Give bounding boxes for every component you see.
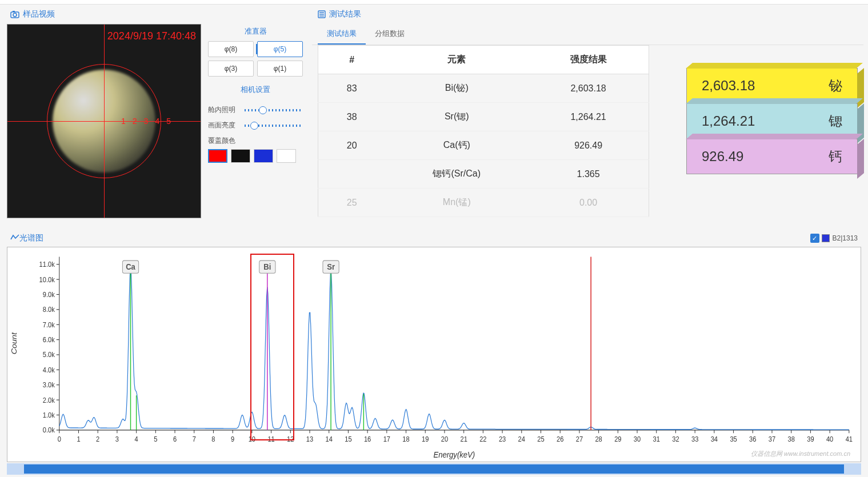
col-intensity: 强度结果 bbox=[528, 46, 649, 74]
svg-text:3.0k: 3.0k bbox=[43, 381, 55, 389]
svg-text:20: 20 bbox=[441, 435, 448, 443]
spectrum-scrollbar[interactable] bbox=[7, 463, 861, 475]
svg-text:36: 36 bbox=[749, 435, 756, 443]
svg-text:22: 22 bbox=[479, 435, 486, 443]
scale-ticks: 1 2 3 4 5 bbox=[104, 117, 171, 126]
results-tabs: 测试结果 分组数据 bbox=[312, 24, 863, 45]
table-row[interactable]: 锶钙(Sr/Ca)1.365 bbox=[318, 160, 649, 189]
svg-text:8: 8 bbox=[211, 435, 215, 443]
svg-text:16: 16 bbox=[364, 435, 371, 443]
video-controls: 准直器 φ(8) φ(5) φ(3) φ(1) 相机设置 舱内照明 bbox=[206, 24, 305, 218]
svg-text:41: 41 bbox=[846, 435, 853, 443]
results-panel-header: 测试结果 bbox=[312, 5, 863, 24]
results-title: 测试结果 bbox=[329, 9, 361, 19]
illumination-slider-row: 舱内照明 bbox=[208, 105, 303, 115]
svg-text:13: 13 bbox=[306, 435, 313, 443]
result-block: 926.49钙 bbox=[686, 139, 858, 174]
svg-text:40: 40 bbox=[826, 435, 833, 443]
legend-color-swatch bbox=[822, 234, 830, 242]
table-row[interactable]: 38Sr(锶)1,264.21 bbox=[318, 103, 649, 131]
color-swatch-white[interactable] bbox=[277, 149, 296, 163]
svg-point-1 bbox=[13, 13, 17, 17]
legend-label: B2|1313 bbox=[833, 234, 858, 242]
color-swatch-blue[interactable] bbox=[254, 149, 273, 163]
svg-text:8.0k: 8.0k bbox=[43, 306, 55, 314]
overlay-color-label: 覆盖颜色 bbox=[208, 136, 303, 146]
svg-text:1: 1 bbox=[77, 435, 80, 443]
collimator-phi3[interactable]: φ(3) bbox=[208, 61, 254, 77]
svg-text:31: 31 bbox=[653, 435, 660, 443]
spectrum-panel: 光谱图 ✓ B2|1313 0.0k1.0k2.0k3.0k4.0k5.0k6.… bbox=[5, 230, 863, 475]
sample-video-frame[interactable]: 2024/9/19 17:40:48 1 2 3 4 5 bbox=[7, 24, 201, 218]
tab-groups[interactable]: 分组数据 bbox=[366, 24, 414, 45]
col-element: 元素 bbox=[385, 46, 528, 74]
svg-text:27: 27 bbox=[576, 435, 583, 443]
table-row[interactable]: 83Bi(铋)2,603.18 bbox=[318, 74, 649, 103]
svg-text:29: 29 bbox=[614, 435, 621, 443]
camera-settings-title: 相机设置 bbox=[208, 82, 303, 99]
svg-text:38: 38 bbox=[788, 435, 795, 443]
svg-text:6: 6 bbox=[173, 435, 177, 443]
svg-text:25: 25 bbox=[537, 435, 544, 443]
svg-text:5: 5 bbox=[154, 435, 157, 443]
tab-results[interactable]: 测试结果 bbox=[318, 24, 366, 45]
result-blocks-stack: 2,603.18铋1,264.21锶926.49钙 bbox=[686, 68, 858, 217]
svg-rect-2 bbox=[13, 11, 15, 12]
results-table: # 元素 强度结果 83Bi(铋)2,603.1838Sr(锶)1,264.21… bbox=[318, 45, 649, 217]
video-title: 样品视频 bbox=[23, 9, 55, 19]
brightness-label: 画面亮度 bbox=[208, 121, 242, 130]
svg-text:19: 19 bbox=[422, 435, 429, 443]
svg-text:34: 34 bbox=[711, 435, 718, 443]
svg-text:14: 14 bbox=[326, 435, 333, 443]
svg-text:28: 28 bbox=[595, 435, 602, 443]
table-row[interactable]: 20Ca(钙)926.49 bbox=[318, 131, 649, 160]
svg-text:2: 2 bbox=[96, 435, 99, 443]
svg-text:Ca: Ca bbox=[126, 262, 135, 271]
svg-text:0.0k: 0.0k bbox=[43, 426, 55, 434]
color-swatch-red[interactable] bbox=[208, 149, 227, 163]
brightness-slider[interactable] bbox=[245, 125, 301, 127]
col-num: # bbox=[318, 46, 386, 74]
svg-text:21: 21 bbox=[460, 435, 467, 443]
spectrum-chart[interactable]: 0.0k1.0k2.0k3.0k4.0k5.0k6.0k7.0k8.0k9.0k… bbox=[7, 247, 861, 462]
top-toolbar bbox=[0, 0, 868, 5]
svg-text:4.0k: 4.0k bbox=[43, 366, 55, 374]
svg-text:11.0k: 11.0k bbox=[39, 260, 55, 268]
svg-text:15: 15 bbox=[345, 435, 351, 443]
video-timestamp: 2024/9/19 17:40:48 bbox=[107, 30, 196, 42]
svg-text:9.0k: 9.0k bbox=[43, 290, 55, 298]
svg-text:37: 37 bbox=[769, 435, 775, 443]
svg-text:Sr: Sr bbox=[327, 262, 335, 271]
svg-text:Count: Count bbox=[10, 332, 18, 354]
illumination-slider[interactable] bbox=[245, 109, 301, 111]
svg-text:9: 9 bbox=[231, 435, 234, 443]
results-panel: 测试结果 测试结果 分组数据 # 元素 强度结果 83Bi(铋)2,603.18… bbox=[312, 5, 863, 227]
svg-text:6.0k: 6.0k bbox=[43, 336, 55, 344]
collimator-phi1[interactable]: φ(1) bbox=[257, 61, 303, 77]
legend-checkbox[interactable]: ✓ bbox=[810, 234, 819, 243]
svg-text:33: 33 bbox=[691, 435, 698, 443]
video-panel-header: 样品视频 bbox=[5, 5, 307, 24]
list-icon bbox=[318, 10, 326, 18]
svg-text:18: 18 bbox=[402, 435, 409, 443]
svg-text:17: 17 bbox=[383, 435, 390, 443]
illumination-label: 舱内照明 bbox=[208, 105, 242, 115]
svg-text:Energy(keV): Energy(keV) bbox=[433, 451, 475, 460]
svg-text:3: 3 bbox=[115, 435, 119, 443]
collimator-grid: φ(8) φ(5) φ(3) φ(1) bbox=[208, 41, 303, 77]
highlight-region bbox=[250, 254, 295, 441]
table-row[interactable]: 25Mn(锰)0.00 bbox=[318, 189, 649, 217]
svg-text:35: 35 bbox=[730, 435, 737, 443]
svg-text:2.0k: 2.0k bbox=[43, 396, 55, 404]
collimator-phi8[interactable]: φ(8) bbox=[208, 41, 254, 57]
svg-text:10.0k: 10.0k bbox=[39, 275, 55, 283]
spectrum-title: 光谱图 bbox=[19, 233, 43, 243]
svg-text:5.0k: 5.0k bbox=[43, 351, 55, 359]
svg-text:26: 26 bbox=[557, 435, 563, 443]
brightness-slider-row: 画面亮度 bbox=[208, 121, 303, 130]
svg-text:1.0k: 1.0k bbox=[43, 411, 55, 419]
collimator-phi5[interactable]: φ(5) bbox=[257, 41, 303, 57]
svg-text:24: 24 bbox=[518, 435, 526, 443]
svg-text:39: 39 bbox=[807, 435, 814, 443]
color-swatch-black[interactable] bbox=[231, 149, 250, 163]
